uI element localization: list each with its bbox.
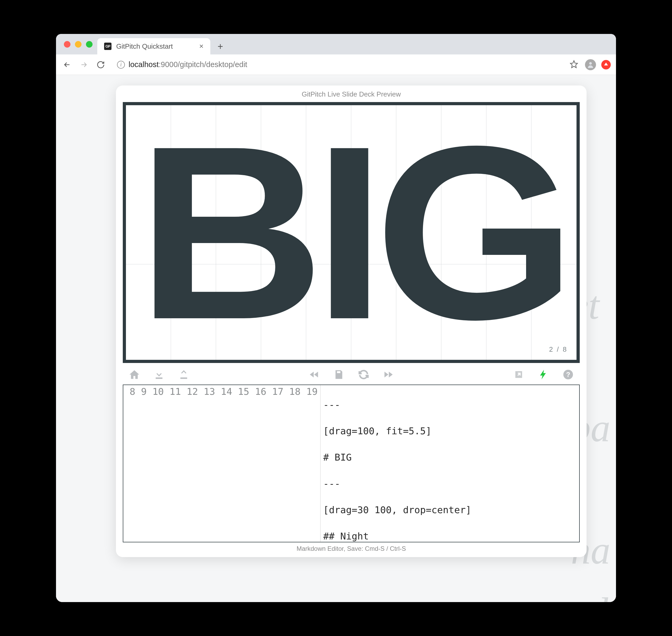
svg-marker-0 xyxy=(571,60,577,67)
nav-back-button[interactable] xyxy=(61,59,73,71)
bookmark-star-icon[interactable] xyxy=(570,60,578,69)
url-port: :9000 xyxy=(159,60,178,68)
browser-tab[interactable]: GP GitPitch Quickstart × xyxy=(97,38,210,55)
window-minimize-button[interactable] xyxy=(75,41,82,47)
tab-close-button[interactable]: × xyxy=(199,42,203,51)
markdown-editor[interactable]: 8 9 10 11 12 13 14 15 16 17 18 19 --- [d… xyxy=(123,384,580,542)
url-bar[interactable]: i localhost:9000/gitpitch/desktop/edit xyxy=(112,58,565,71)
gitpitch-app-card: GitPitch Live Slide Deck Preview BIG 2 /… xyxy=(116,85,587,557)
new-tab-button[interactable]: + xyxy=(214,40,227,53)
tab-title: GitPitch Quickstart xyxy=(116,42,195,51)
editor-hint: Markdown Editor, Save: Cmd-S / Ctrl-S xyxy=(116,542,587,552)
editor-gutter: 8 9 10 11 12 13 14 15 16 17 18 19 xyxy=(123,385,321,542)
editor-code[interactable]: --- [drag=100, fit=5.5] # BIG --- [drag=… xyxy=(321,385,474,542)
page-viewport: et pa na ed( GitPitch Live Slide Deck Pr… xyxy=(56,75,616,602)
window-zoom-button[interactable] xyxy=(86,41,93,47)
url-host: localhost xyxy=(128,60,159,68)
browser-window: GP GitPitch Quickstart × + i localhost:9… xyxy=(56,34,616,602)
url-path: /gitpitch/desktop/edit xyxy=(178,60,247,68)
nav-reload-button[interactable] xyxy=(95,59,106,71)
site-info-icon[interactable]: i xyxy=(117,61,125,68)
window-close-button[interactable] xyxy=(64,41,70,47)
slide-counter: 2 / 8 xyxy=(549,345,568,354)
nav-forward-button[interactable] xyxy=(78,59,90,71)
traffic-lights xyxy=(61,41,97,55)
slide-preview[interactable]: BIG 2 / 8 xyxy=(123,102,580,363)
extension-icon[interactable] xyxy=(601,60,611,69)
slide-heading: BIG xyxy=(115,105,588,360)
favicon-icon: GP xyxy=(104,43,111,50)
profile-avatar-icon[interactable] xyxy=(585,59,596,70)
svg-text:?: ? xyxy=(566,371,570,378)
tab-bar: GP GitPitch Quickstart × + xyxy=(56,34,616,55)
toolbar-row: i localhost:9000/gitpitch/desktop/edit xyxy=(56,55,616,75)
svg-point-1 xyxy=(589,62,592,65)
